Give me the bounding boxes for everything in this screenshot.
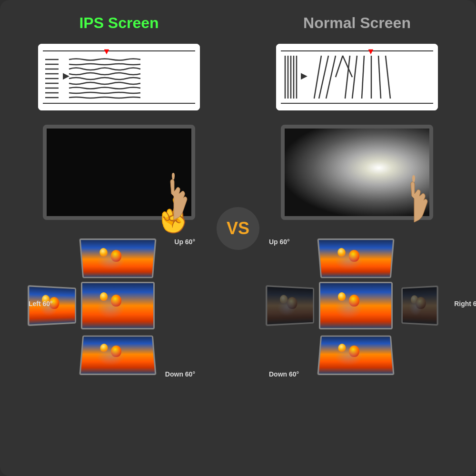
ips-monitor-container: 🤞 (38, 120, 200, 225)
normal-down-label: Down 60° (269, 370, 299, 378)
ips-top-thumb (79, 238, 156, 278)
right-panel: Normal Screen ▶ ▼ (238, 0, 476, 476)
normal-center-thumb (319, 282, 393, 329)
svg-rect-14 (276, 44, 438, 110)
ips-hand-svg (152, 172, 190, 220)
ips-bottom-thumb (79, 336, 156, 375)
ips-up-label: Up 60° (174, 238, 195, 246)
normal-left-thumb (266, 285, 314, 326)
normal-title: Normal Screen (303, 14, 411, 32)
normal-right-label: Right 60° (454, 300, 476, 307)
left-panel: IPS Screen (0, 0, 238, 476)
normal-angle-grid: Up 60° (267, 239, 447, 377)
main-container: IPS Screen (0, 0, 476, 476)
ips-down-label: Down 60° (165, 370, 195, 378)
ips-angle-section: Up 60° Left 60° (12, 239, 226, 377)
ips-angle-grid: Up 60° Left 60° (29, 239, 209, 377)
normal-diagram-svg: ▶ ▼ (276, 44, 438, 110)
normal-monitor-container (276, 120, 438, 225)
normal-right-thumb (401, 286, 438, 326)
ips-diagram: ▶ ▼ (38, 44, 200, 110)
ips-diagram-svg: ▶ ▼ (38, 44, 200, 110)
svg-text:▶: ▶ (301, 71, 307, 80)
ips-center-thumb (81, 282, 155, 329)
svg-text:▶: ▶ (63, 71, 69, 80)
normal-bottom-thumb (317, 336, 394, 375)
svg-text:▼: ▼ (102, 47, 111, 56)
svg-text:▼: ▼ (367, 47, 375, 56)
svg-rect-0 (38, 44, 200, 110)
normal-diagram: ▶ ▼ (276, 44, 438, 110)
vs-circle: VS (217, 207, 259, 250)
normal-up-label: Up 60° (269, 238, 290, 246)
ips-left-label: Left 60° (29, 300, 53, 307)
normal-angle-section: Up 60° (250, 239, 464, 377)
vs-text: VS (227, 218, 249, 238)
ips-title: IPS Screen (79, 14, 159, 32)
normal-hand-svg (393, 175, 431, 222)
normal-top-thumb (317, 238, 394, 278)
